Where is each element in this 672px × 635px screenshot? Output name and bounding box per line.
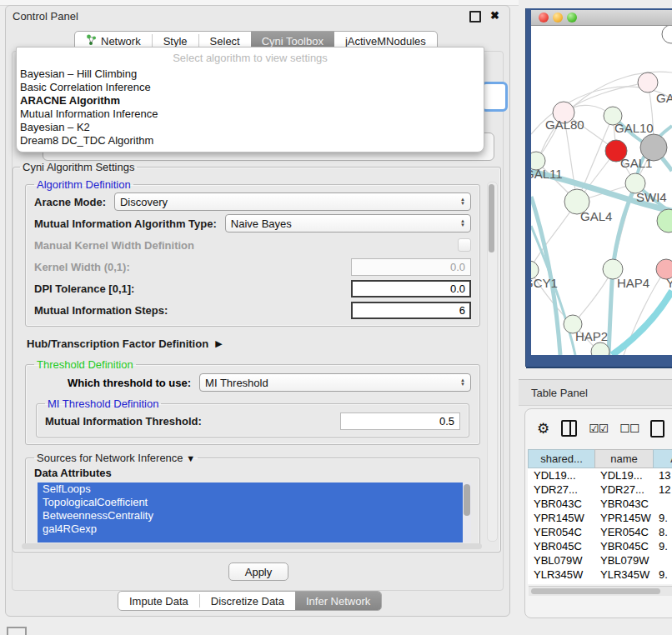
algorithm-option[interactable]: ARACNE Algorithm — [17, 94, 484, 108]
network-canvas[interactable]: GALGAL80GAL10GAL11GAL1SWI4GAL4GCY1HAP4YH… — [531, 26, 672, 355]
apply-button[interactable]: Apply — [228, 562, 288, 581]
node-label: GCY1 — [531, 276, 558, 290]
table-cell: YLR345W — [528, 568, 594, 582]
settings-horizontal-scrollbar[interactable] — [22, 543, 482, 549]
bottom-tab-infer-network[interactable]: Infer Network — [295, 592, 381, 610]
network-node[interactable] — [662, 26, 672, 43]
dpi-tolerance-field[interactable] — [351, 280, 471, 298]
table-cell: YDL19... — [528, 468, 594, 482]
table-cell: YIL052C — [594, 582, 653, 584]
node-label: GAL11 — [531, 167, 563, 181]
table-cell: 13 — [653, 468, 672, 482]
kernel-width-row: Kernel Width (0,1): — [34, 256, 471, 278]
table-row[interactable]: YDR27...YDR27...12 — [528, 482, 672, 497]
network-node[interactable] — [657, 209, 672, 232]
table-cell: YBL079W — [594, 553, 653, 568]
kernel-width-field[interactable] — [351, 258, 471, 276]
table-row[interactable]: YBR043CYBR043C — [528, 497, 672, 511]
mi-type-select[interactable]: Naive Bayes ▲▼ — [225, 214, 471, 232]
algorithm-option[interactable]: Bayesian – Hill Climbing — [17, 68, 484, 81]
manual-kernel-checkbox[interactable] — [458, 238, 471, 252]
table-row[interactable]: YBR045CYBR045C9. — [528, 539, 672, 553]
network-node[interactable] — [591, 342, 609, 355]
sources-title[interactable]: Sources for Network Inference ▼ — [34, 452, 198, 464]
table-rows: YDL19...YDL19...13YDR27...YDR27...12YBR0… — [528, 468, 672, 584]
gear-icon[interactable]: ⚙ — [537, 420, 549, 438]
hub-definition-toggle[interactable]: Hub/Transcription Factor Definition ▶ — [27, 333, 482, 353]
network-edge[interactable] — [612, 291, 672, 355]
aracne-mode-select[interactable]: Discovery ▲▼ — [114, 192, 471, 211]
mi-threshold-title: MI Threshold Definition — [45, 398, 161, 410]
manual-kernel-row: Manual Kernel Width Definition — [34, 234, 471, 256]
column-header-2[interactable]: A — [653, 449, 672, 468]
algorithm-definition-group: Algorithm Definition Aracne Mode: Discov… — [25, 178, 480, 327]
close-traffic-light-icon[interactable] — [539, 12, 549, 22]
table-cell: 12 — [653, 482, 672, 497]
cyni-algorithm-settings-group: Cyni Algorithm Settings Algorithm Defini… — [13, 161, 501, 552]
settings-scrollbar-thumb[interactable] — [489, 184, 494, 252]
table-cell: YPR145W — [594, 511, 653, 525]
network-window-titlebar[interactable] — [531, 10, 672, 26]
data-attribute-item[interactable]: TopologicalCoefficient — [38, 496, 471, 509]
data-attribute-item[interactable]: BetweennessCentrality — [38, 509, 471, 522]
algorithm-option[interactable]: Dream8 DC_TDC Algorithm — [17, 134, 484, 148]
table-cell: YPR145W — [528, 511, 594, 525]
table-row[interactable]: YPR145WYPR145W9. — [528, 511, 672, 525]
close-icon[interactable]: ✖ — [490, 9, 499, 22]
file-icon[interactable] — [650, 420, 664, 438]
spinner-icon: ▲▼ — [460, 219, 465, 228]
node-label: SWI4 — [636, 190, 667, 204]
algorithm-option[interactable]: Mutual Information Inference — [17, 108, 484, 121]
network-node[interactable] — [638, 72, 658, 92]
zoom-traffic-light-icon[interactable] — [567, 12, 577, 22]
manual-kernel-label: Manual Kernel Width Definition — [34, 239, 194, 252]
data-attribute-item[interactable]: gal4RGexp — [38, 522, 471, 536]
control-panel-title: Control Panel — [13, 10, 78, 22]
mi-steps-row: Mutual Information Steps: — [34, 299, 471, 321]
dpi-tolerance-label: DPI Tolerance [0,1]: — [34, 282, 134, 295]
bottom-tab-discretize-data[interactable]: Discretize Data — [200, 592, 295, 610]
which-threshold-select[interactable]: MI Threshold ▲▼ — [199, 373, 471, 392]
node-label: Y — [666, 276, 672, 290]
select-all-checks-icon[interactable]: ☑☑ — [589, 422, 608, 435]
tab-label: Cyni Toolbox — [262, 35, 323, 48]
deselect-all-checks-icon[interactable]: ☐☐ — [619, 422, 639, 435]
control-panel: Control Panel ✖ NetworkStyleSelectCyni T… — [5, 5, 510, 617]
tab-label: Style — [163, 35, 188, 48]
table-row[interactable]: YIL052CYIL052C9 — [528, 582, 672, 584]
minimize-traffic-light-icon[interactable] — [553, 12, 563, 22]
table-row[interactable]: YBL079WYBL079W — [528, 553, 672, 568]
table-scrollbar-thumb[interactable] — [531, 588, 660, 594]
mi-threshold-label: Mutual Information Threshold: — [45, 415, 202, 428]
control-panel-titlebar: Control Panel ✖ — [6, 6, 509, 26]
list-scrollbar-thumb[interactable] — [464, 484, 470, 516]
table-row[interactable]: YLR345WYLR345W9. — [528, 568, 672, 582]
table-cell: 9 — [653, 582, 672, 584]
table-cell: YDL19... — [594, 468, 653, 482]
table-panel-title: Table Panel — [531, 387, 588, 399]
minimized-panel-tab[interactable] — [7, 627, 27, 635]
table-toolbar: ⚙ ☑☑ ☐☐ — [525, 412, 672, 444]
aracne-mode-label: Aracne Mode: — [34, 196, 106, 208]
spinner-icon: ▲▼ — [460, 378, 465, 387]
network-icon — [86, 34, 97, 48]
table-cell: YBR045C — [594, 539, 653, 553]
table-row[interactable]: YER054CYER054C8. — [528, 525, 672, 539]
mi-steps-field[interactable] — [351, 302, 471, 319]
mi-threshold-field[interactable] — [340, 412, 460, 430]
algorithm-option[interactable]: Basic Correlation Inference — [17, 81, 484, 94]
algorithm-definition-title: Algorithm Definition — [34, 178, 133, 191]
column-header-1[interactable]: name — [594, 449, 653, 468]
float-window-icon[interactable] — [469, 11, 481, 22]
algorithm-option[interactable]: Bayesian – K2 — [17, 121, 484, 134]
aracne-mode-row: Aracne Mode: Discovery ▲▼ — [34, 191, 471, 212]
table-row[interactable]: YDL19...YDL19...13 — [528, 468, 672, 482]
mi-type-row: Mutual Information Algorithm Type: Naive… — [34, 212, 471, 234]
table-cell: 9. — [653, 539, 672, 553]
data-attribute-item[interactable]: SelfLoops — [38, 482, 471, 496]
columns-icon[interactable] — [561, 420, 577, 437]
focused-spinner-fragment[interactable] — [481, 82, 508, 112]
table-cell: YER054C — [528, 525, 594, 539]
bottom-tab-impute-data[interactable]: Impute Data — [118, 592, 199, 610]
column-header-0[interactable]: shared... — [528, 449, 594, 468]
